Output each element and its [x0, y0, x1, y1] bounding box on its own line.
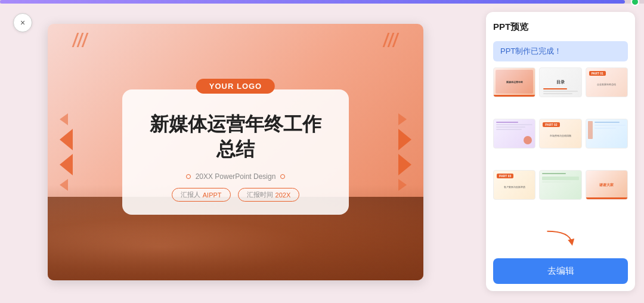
- tag-reporter-value: AIPPT: [203, 191, 222, 199]
- thumbnail-8[interactable]: [539, 170, 581, 200]
- chevron-right-1: [398, 129, 411, 150]
- thumbnail-7[interactable]: PART 03 客户案例与创新举措: [493, 170, 535, 200]
- right-panel: PPT预览 PPT制作已完成！ 新媒体运营年终 目录: [486, 12, 635, 291]
- thumbnail-9[interactable]: 谢谢大家: [586, 170, 628, 200]
- slide-subtitle: 20XX PowerPoint Design: [144, 172, 327, 181]
- slide-center-card: YOUR LOGO 新媒体运营年终工作总结 20XX PowerPoint De…: [122, 89, 349, 215]
- slide-subtitle-text: 20XX PowerPoint Design: [196, 172, 276, 181]
- dot-left: [186, 174, 191, 179]
- chevron-left-1: [60, 129, 73, 150]
- chevron-left-2: [60, 154, 73, 175]
- arrow-indicator: [493, 226, 628, 250]
- thumbnail-5[interactable]: PART 02 市场营销与业绩回顾: [539, 119, 581, 149]
- tag-time: 汇报时间 202X: [238, 188, 300, 202]
- dot-right: [280, 174, 285, 179]
- progress-bar-fill: [0, 0, 625, 4]
- slide-content: YOUR LOGO 新媒体运营年终工作总结 20XX PowerPoint De…: [48, 24, 423, 280]
- thumbnail-3[interactable]: PART 01 企业发展年终总结: [586, 67, 628, 97]
- tag-reporter-label: 汇报人: [181, 190, 200, 199]
- tag-time-label: 汇报时间: [247, 190, 273, 199]
- pattern-top-right: [385, 33, 397, 47]
- tag-reporter: 汇报人 AIPPT: [172, 188, 231, 202]
- chevron-right-2: [398, 154, 411, 175]
- thumbnail-6[interactable]: [586, 119, 628, 149]
- slide-title: 新媒体运营年终工作总结: [144, 112, 327, 162]
- close-icon: ×: [20, 18, 25, 27]
- small-chevron-right-1: [398, 113, 407, 125]
- slide-arrows-right: [398, 113, 423, 191]
- tag-time-value: 202X: [275, 191, 291, 199]
- small-chevron-left-1: [60, 113, 68, 125]
- thumbnails-grid: 新媒体运营年终 目录 PART 01 企业发展年终总结: [493, 67, 628, 218]
- progress-bar-container: [0, 0, 644, 4]
- slide-arrows-left: [48, 113, 73, 191]
- logo-badge: YOUR LOGO: [196, 79, 275, 94]
- close-button[interactable]: ×: [13, 13, 32, 32]
- small-chevron-right-2: [398, 179, 407, 191]
- edit-button[interactable]: 去编辑: [493, 258, 628, 284]
- small-chevron-left-2: [60, 179, 68, 191]
- thumbnail-2[interactable]: 目录: [539, 67, 581, 97]
- status-banner: PPT制作已完成！: [493, 41, 628, 61]
- thumbnail-4[interactable]: [493, 119, 535, 149]
- slide-tags: 汇报人 AIPPT 汇报时间 202X: [144, 188, 327, 202]
- progress-dot: [631, 0, 639, 6]
- slide-preview: YOUR LOGO 新媒体运营年终工作总结 20XX PowerPoint De…: [48, 24, 423, 280]
- thumbnail-1[interactable]: 新媒体运营年终: [493, 67, 535, 97]
- pattern-top-left: [75, 33, 86, 47]
- panel-title: PPT预览: [493, 21, 628, 33]
